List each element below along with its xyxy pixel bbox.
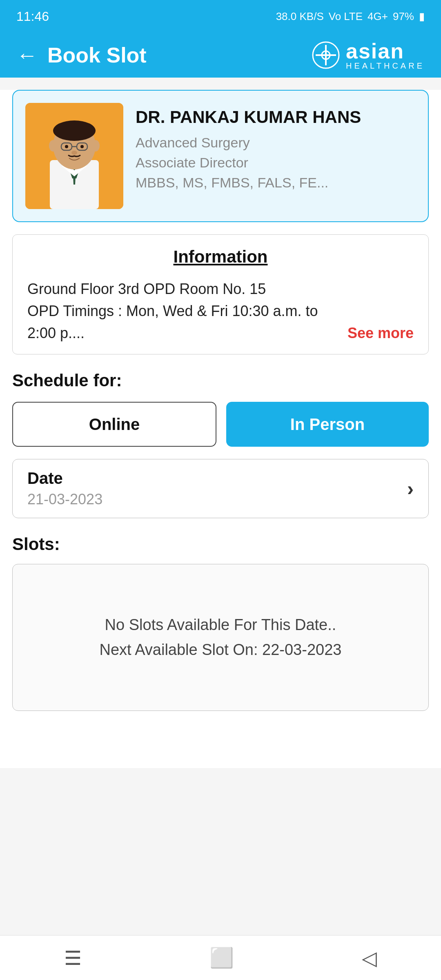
home-icon[interactable]: ⬜: [209, 947, 234, 969]
page-title: Book Slot: [47, 43, 147, 67]
brand-text: asian HEALTHCARE: [346, 40, 425, 70]
app-header: ← Book Slot asian HEALTHCARE: [0, 33, 441, 78]
chevron-right-icon: ›: [407, 477, 414, 500]
slots-label: Slots:: [12, 535, 429, 554]
brand-logo: asian HEALTHCARE: [312, 40, 425, 70]
brand-sub: HEALTHCARE: [346, 62, 425, 70]
doctor-name: DR. PANKAJ KUMAR HANS: [136, 107, 416, 127]
menu-icon[interactable]: ☰: [64, 947, 82, 969]
no-slots-message: No Slots Available For This Date.. Next …: [100, 612, 342, 662]
date-label: Date: [27, 469, 102, 488]
svg-point-18: [71, 151, 77, 155]
doctor-qualifications: MBBS, MS, FMBS, FALS, FE...: [136, 175, 416, 191]
svg-point-11: [49, 140, 57, 151]
information-bottom: 2:00 p.... See more: [27, 325, 414, 342]
signal-strength: 4G+: [368, 10, 388, 23]
doctor-role: Associate Director: [136, 155, 416, 171]
date-picker-content: Date 21-03-2023: [27, 469, 102, 508]
svg-point-12: [91, 140, 100, 151]
schedule-buttons: Online In Person: [12, 402, 429, 447]
time: 11:46: [16, 9, 49, 24]
information-line1: Ground Floor 3rd OPD Room No. 15: [27, 278, 414, 300]
date-picker[interactable]: Date 21-03-2023 ›: [12, 459, 429, 518]
battery-icon: ▮: [419, 10, 425, 23]
volte: Vo LTE: [329, 10, 363, 23]
svg-point-10: [53, 120, 96, 141]
bottom-navigation: ☰ ⬜ ◁: [0, 935, 441, 980]
doctor-specialty: Advanced Surgery: [136, 135, 416, 151]
no-slots-line2: Next Available Slot On: 22-03-2023: [100, 637, 342, 662]
back-nav-icon[interactable]: ◁: [362, 947, 377, 969]
brand-icon-svg: [312, 41, 340, 69]
back-button[interactable]: ←: [16, 43, 38, 67]
network-speed: 38.0 KB/S: [276, 10, 324, 23]
svg-point-17: [80, 145, 84, 148]
in-person-button[interactable]: In Person: [226, 402, 429, 447]
status-bar: 11:46 38.0 KB/S Vo LTE 4G+ 97% ▮: [0, 0, 441, 33]
schedule-section: Schedule for: Online In Person Date 21-0…: [0, 354, 441, 518]
online-button[interactable]: Online: [12, 402, 216, 447]
no-slots-line1: No Slots Available For This Date..: [100, 612, 342, 637]
doctor-info: DR. PANKAJ KUMAR HANS Advanced Surgery A…: [136, 103, 416, 191]
information-title: Information: [27, 247, 414, 267]
date-value: 21-03-2023: [27, 491, 102, 508]
doctor-photo-svg: [25, 103, 123, 209]
doctor-card: DR. PANKAJ KUMAR HANS Advanced Surgery A…: [12, 90, 429, 222]
information-section: Information Ground Floor 3rd OPD Room No…: [12, 234, 429, 354]
svg-point-16: [65, 145, 68, 148]
header-left: ← Book Slot: [16, 43, 147, 67]
schedule-label: Schedule for:: [12, 371, 429, 390]
see-more-button[interactable]: See more: [347, 325, 414, 342]
battery-percent: 97%: [393, 10, 414, 23]
brand-name: asian: [346, 40, 425, 62]
slots-section: Slots: No Slots Available For This Date.…: [0, 518, 441, 711]
information-line3: 2:00 p....: [27, 325, 85, 342]
slots-container: No Slots Available For This Date.. Next …: [12, 564, 429, 711]
status-icons: 38.0 KB/S Vo LTE 4G+ 97% ▮: [276, 10, 425, 23]
doctor-photo: [25, 103, 123, 209]
information-line2: OPD Timings : Mon, Wed & Fri 10:30 a.m. …: [27, 300, 414, 322]
main-content: DR. PANKAJ KUMAR HANS Advanced Surgery A…: [0, 90, 441, 768]
